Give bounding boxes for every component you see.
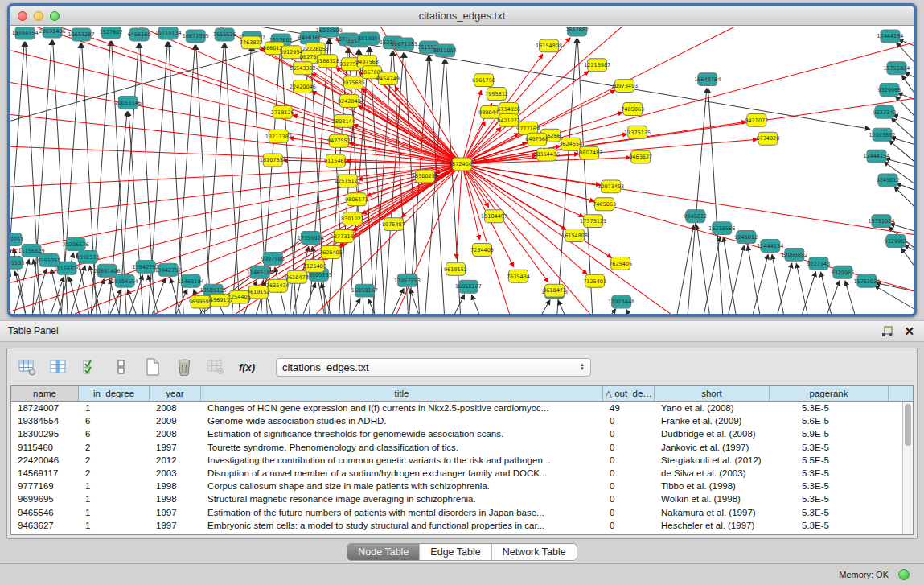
graph-node[interactable]: 7485063 (593, 198, 616, 211)
graph-node[interactable]: 10719134 (155, 27, 182, 39)
graph-node[interactable]: 9355051 (10, 233, 23, 246)
graph-node[interactable]: 20691406 (39, 27, 66, 38)
new-table-icon[interactable] (142, 357, 163, 377)
graph-node[interactable]: 9427552 (327, 134, 351, 147)
graph-node[interactable]: 16958167 (351, 284, 378, 297)
graph-node[interactable]: 9329965 (831, 266, 854, 278)
tab-edge-table[interactable]: Edge Table (419, 544, 491, 560)
graph-node[interactable]: 11465194 (178, 274, 204, 287)
network-canvas-area[interactable]: 1938455420691406106532871527602646616010… (10, 27, 914, 314)
scrollbar-thumb[interactable] (905, 404, 911, 446)
graph-node[interactable]: 17359924 (298, 232, 324, 245)
table-row[interactable]: 911546021997Tourette syndrome. Phenomeno… (11, 441, 913, 454)
graph-node[interactable]: 7625405 (609, 257, 632, 270)
graph-node[interactable]: 17375125 (624, 126, 651, 138)
graph-node[interactable]: 8454749 (376, 72, 400, 85)
table-row[interactable]: 977716911998Corpus callosum shape and si… (11, 480, 913, 492)
graph-node[interactable]: 6734028 (756, 132, 779, 145)
graph-node[interactable]: 10807487 (576, 146, 602, 159)
graph-node[interactable]: 17957253 (394, 274, 421, 286)
graph-node[interactable]: 20053346 (115, 97, 142, 109)
graph-node[interactable]: 11465194 (247, 266, 273, 278)
graph-node[interactable]: 15751024 (883, 62, 910, 75)
graph-node[interactable]: 15184457 (481, 210, 507, 223)
graph-node[interactable]: 6961758 (472, 74, 495, 87)
table-scrollbar[interactable] (902, 402, 913, 534)
graph-node[interactable]: 12444154 (863, 150, 889, 163)
table-row[interactable]: 1830029562008Estimation of significance … (11, 427, 913, 440)
tab-network-table[interactable]: Network Table (491, 544, 577, 560)
graph-node[interactable]: 8301021 (341, 212, 364, 225)
graph-node[interactable]: 18107553 (260, 154, 286, 167)
graph-node[interactable]: 11156829 (54, 262, 80, 274)
graph-node[interactable]: 16671355 (183, 30, 209, 43)
graph-node[interactable]: 9329965 (885, 235, 908, 248)
graph-node[interactable]: 2657682 (565, 27, 589, 36)
close-panel-icon[interactable]: ✕ (904, 324, 914, 338)
graph-node[interactable]: 7635434 (507, 270, 530, 282)
graph-node[interactable]: 12213987 (584, 59, 610, 72)
graph-node[interactable]: 9329965 (878, 84, 901, 97)
graph-node[interactable]: 7463822 (240, 36, 263, 49)
graph-node[interactable]: 7955812 (485, 88, 508, 101)
table-row[interactable]: 1938455462009Genome-wide association stu… (11, 414, 913, 427)
graph-node[interactable]: 18724007 (449, 158, 475, 171)
window-titlebar[interactable]: citations_edges.txt (10, 6, 914, 26)
table-row[interactable]: 969969511998Structural magnetic resonanc… (11, 492, 913, 505)
graph-node[interactable]: 12575122 (335, 175, 361, 187)
graph-node[interactable]: 1527602 (100, 27, 123, 39)
network-canvas[interactable]: 1938455420691406106532871527602646616010… (10, 27, 914, 314)
graph-node[interactable]: 10653287 (68, 28, 95, 41)
graph-node[interactable]: 22420046 (290, 80, 316, 93)
graph-node[interactable]: 9806173 (345, 193, 368, 206)
graph-node[interactable]: 9227343 (807, 257, 830, 270)
graph-node[interactable]: 9242848 (338, 95, 361, 108)
graph-node[interactable]: 9115460 (324, 154, 347, 167)
tab-node-table[interactable]: Node Table (347, 544, 419, 560)
table-row[interactable]: 946362711997Embryonic stem cells: a mode… (11, 519, 913, 532)
graph-node[interactable]: 9245012 (684, 210, 707, 223)
close-window-button[interactable] (18, 11, 27, 21)
select-rows-icon[interactable] (80, 357, 101, 377)
table-row[interactable]: 946554611997Estimation of the future num… (11, 506, 913, 519)
graph-node[interactable]: 8186328 (316, 55, 339, 68)
graph-node[interactable]: 9245012 (734, 231, 758, 244)
graph-node[interactable]: 16958167 (455, 280, 482, 293)
graph-node[interactable]: 7625405 (319, 245, 343, 258)
graph-node[interactable]: 9391533 (76, 250, 100, 263)
graph-node[interactable]: 9227343 (873, 105, 897, 118)
graph-node[interactable]: 18300295 (412, 170, 438, 183)
column-header-year[interactable]: year (150, 386, 201, 401)
graph-node[interactable]: 20364436 (533, 148, 560, 161)
graph-node[interactable]: 9397588 (261, 252, 285, 265)
float-panel-icon[interactable] (881, 326, 893, 337)
table-row[interactable]: 2242004622012Investigating the contribut… (11, 454, 913, 467)
delete-table-icon[interactable] (174, 357, 195, 377)
graph-node[interactable]: 10973493 (598, 180, 624, 193)
graph-node[interactable]: 7125403 (303, 259, 326, 272)
graph-node[interactable]: 9619152 (444, 262, 467, 275)
graph-node[interactable]: 13942757 (155, 263, 182, 276)
graph-node[interactable]: 7515526 (213, 28, 236, 41)
graph-node[interactable]: 9699695 (189, 295, 212, 308)
column-header-title[interactable]: title (201, 386, 603, 401)
minimize-window-button[interactable] (34, 11, 43, 21)
graph-node[interactable]: 7485063 (621, 102, 644, 115)
graph-node[interactable]: 15751024 (868, 215, 894, 228)
graph-node[interactable]: 9421072 (745, 113, 768, 126)
row-height-icon[interactable] (111, 357, 132, 377)
graph-node[interactable]: 12444154 (757, 240, 783, 253)
graph-node[interactable]: 6497568 (525, 133, 548, 146)
graph-node[interactable]: 9391533 (10, 256, 24, 269)
zoom-window-button[interactable] (50, 11, 60, 21)
graph-node[interactable]: 13773167 (331, 230, 357, 243)
graph-node[interactable]: 13213383 (265, 130, 292, 142)
graph-node[interactable]: 16671355 (391, 38, 417, 51)
graph-node[interactable]: 6466160 (128, 28, 151, 41)
graph-node[interactable]: 10973493 (611, 80, 638, 93)
graph-node[interactable]: 19384554 (112, 274, 138, 287)
select-columns-icon[interactable] (48, 357, 69, 377)
graph-node[interactable]: 17375125 (580, 215, 606, 228)
graph-node[interactable]: 12093852 (781, 248, 807, 261)
column-header-out_degree[interactable]: △ out_de… (603, 386, 655, 401)
